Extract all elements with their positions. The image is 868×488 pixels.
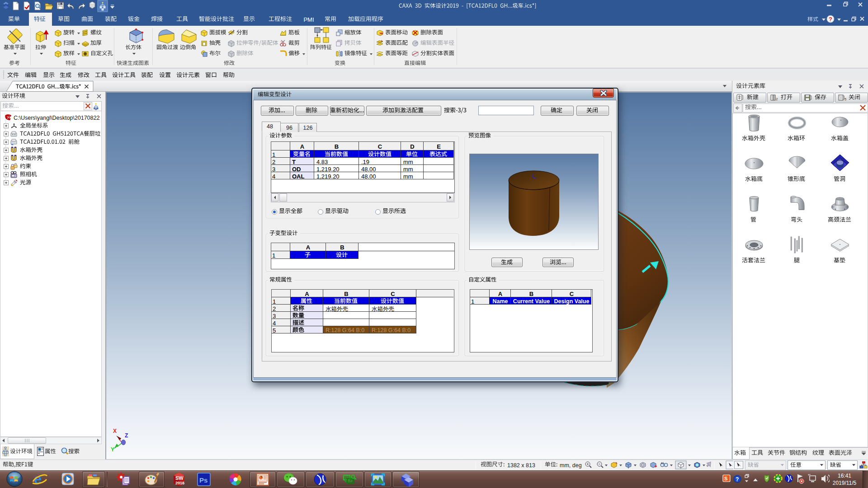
svg-text:2016: 2016 (175, 481, 184, 485)
svg-text:60: 60 (661, 462, 664, 465)
svg-text:X: X (113, 428, 117, 434)
svg-text:Y: Y (111, 446, 114, 453)
svg-text:Ps: Ps (199, 476, 208, 484)
svg-text:SW: SW (175, 475, 184, 481)
svg-text:2: 2 (776, 97, 778, 101)
svg-text:?: ? (829, 16, 832, 23)
svg-text:Z: Z (125, 432, 128, 439)
svg-text:?: ? (736, 476, 739, 483)
svg-text:S: S (724, 476, 727, 481)
svg-text:5: 5 (844, 97, 846, 101)
